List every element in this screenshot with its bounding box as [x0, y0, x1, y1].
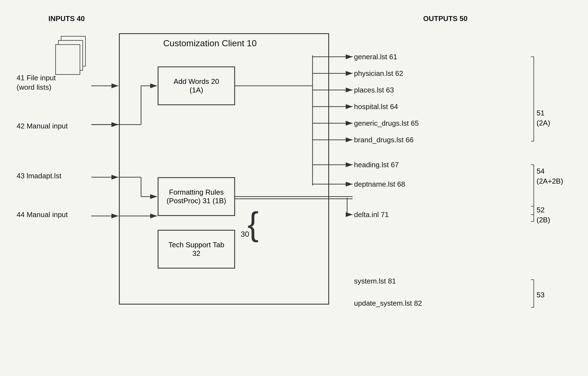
output-82: update_system.lst 82: [354, 299, 422, 308]
add-words-label: Add Words 20 (1A): [174, 77, 219, 94]
bracket-30-label: 30: [241, 230, 249, 239]
output-64: hospital.lst 64: [354, 102, 398, 111]
tech-support-label: Tech Support Tab 32: [168, 241, 224, 258]
output-66: brand_drugs.lst 66: [354, 136, 413, 144]
input-41-label: 41 File input (word lists): [17, 73, 56, 92]
output-65: generic_drugs.lst 65: [354, 119, 419, 128]
input-42-label: 42 Manual input: [17, 122, 68, 130]
output-68: deptname.lst 68: [354, 180, 405, 189]
output-81: system.lst 81: [354, 277, 396, 285]
group-52: 52 (2B): [537, 205, 550, 225]
formatting-rules-label: Formatting Rules (PostProc) 31 (1B): [166, 188, 226, 205]
group-51: 51 (2A): [537, 108, 550, 128]
add-words-box: Add Words 20 (1A): [158, 66, 235, 105]
main-box-title: Customization Client 10: [163, 38, 257, 48]
inputs-label: INPUTS 40: [48, 14, 85, 23]
output-63: places.lst 63: [354, 86, 394, 94]
output-67: heading.lst 67: [354, 161, 399, 169]
input-44-label: 44 Manual input: [17, 210, 68, 219]
output-61: general.lst 61: [354, 53, 397, 61]
outputs-label: OUTPUTS 50: [423, 14, 467, 23]
formatting-rules-box: Formatting Rules (PostProc) 31 (1B): [158, 177, 235, 216]
group-53: 53: [537, 291, 545, 299]
output-62: physician.lst 62: [354, 69, 403, 78]
group-54: 54 (2A+2B): [537, 166, 563, 186]
input-43-label: 43 lmadapt.lst: [17, 172, 61, 180]
output-71: delta.inl 71: [354, 210, 389, 219]
tech-support-box: Tech Support Tab 32: [158, 230, 235, 269]
